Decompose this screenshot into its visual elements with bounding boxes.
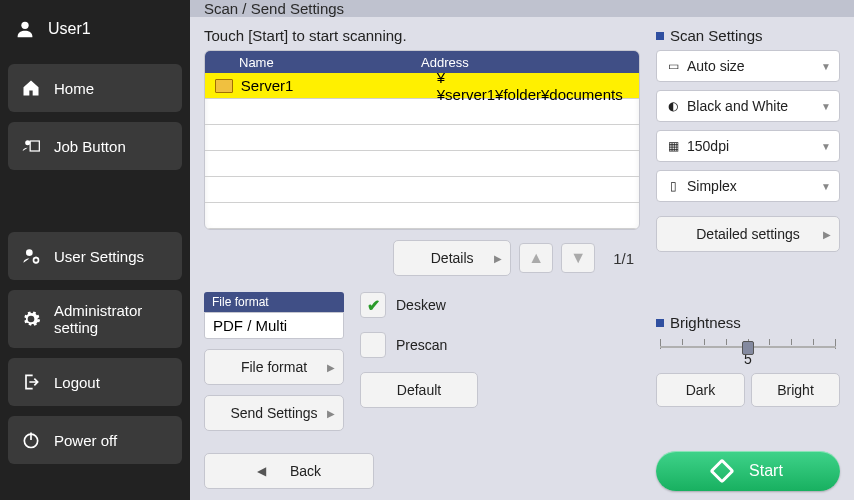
brightness-dark-button[interactable]: Dark bbox=[656, 373, 745, 407]
nav-user-settings[interactable]: User Settings bbox=[8, 232, 182, 280]
scan-settings-heading-label: Scan Settings bbox=[670, 27, 763, 44]
chevron-up-icon: ▲ bbox=[528, 249, 544, 267]
deskew-option: Deskew bbox=[360, 292, 520, 318]
chevron-down-icon: ▼ bbox=[821, 141, 831, 152]
detailed-settings-button[interactable]: Detailed settings ▶ bbox=[656, 216, 840, 252]
default-button-label: Default bbox=[397, 382, 441, 398]
brightness-bright-label: Bright bbox=[777, 382, 814, 398]
list-header-name: Name bbox=[221, 55, 421, 70]
nav-user-settings-label: User Settings bbox=[54, 248, 144, 265]
list-row[interactable]: Server1 ¥¥server1¥folder¥documents bbox=[205, 73, 639, 99]
resolution-icon: ▦ bbox=[665, 139, 681, 153]
instruction-text: Touch [Start] to start scanning. bbox=[204, 27, 640, 44]
chevron-left-icon: ◀ bbox=[257, 464, 266, 478]
user-icon bbox=[14, 18, 36, 40]
col-b: Deskew Prescan Default bbox=[360, 292, 520, 431]
detailed-settings-label: Detailed settings bbox=[696, 226, 800, 242]
send-settings-button-label: Send Settings bbox=[230, 405, 317, 421]
list-body: Server1 ¥¥server1¥folder¥documents bbox=[205, 73, 639, 229]
file-format-box: File format PDF / Multi bbox=[204, 292, 344, 339]
list-header-address: Address bbox=[421, 55, 469, 70]
list-row[interactable] bbox=[205, 203, 639, 229]
brightness-dark-label: Dark bbox=[686, 382, 716, 398]
brightness-heading: Brightness bbox=[656, 314, 840, 331]
destination-list: Name Address Server1 ¥¥server1¥folder¥do… bbox=[204, 50, 640, 230]
nav-job-button[interactable]: Job Button bbox=[8, 122, 182, 170]
left-column: Touch [Start] to start scanning. Name Ad… bbox=[204, 27, 640, 491]
deskew-checkbox[interactable] bbox=[360, 292, 386, 318]
color-mode-icon: ◐ bbox=[665, 99, 681, 113]
svg-rect-2 bbox=[30, 141, 39, 151]
svg-point-4 bbox=[34, 258, 39, 263]
scan-color-dropdown[interactable]: ◐ Black and White ▼ bbox=[656, 90, 840, 122]
right-column: Scan Settings ▭ Auto size ▼ ◐ Black and … bbox=[656, 27, 840, 491]
list-row[interactable] bbox=[205, 99, 639, 125]
page-down-button[interactable]: ▼ bbox=[561, 243, 595, 273]
col-a: File format PDF / Multi File format ▶ Se… bbox=[204, 292, 344, 431]
brightness-heading-label: Brightness bbox=[670, 314, 741, 331]
gear-icon bbox=[20, 308, 42, 330]
nav-power-off-label: Power off bbox=[54, 432, 117, 449]
list-row[interactable] bbox=[205, 177, 639, 203]
chevron-right-icon: ▶ bbox=[494, 253, 502, 264]
chevron-down-icon: ▼ bbox=[821, 181, 831, 192]
row-name: Server1 bbox=[241, 77, 437, 94]
details-button-label: Details bbox=[431, 250, 474, 266]
chevron-right-icon: ▶ bbox=[823, 229, 831, 240]
bullet-icon bbox=[656, 319, 664, 327]
job-button-icon bbox=[20, 135, 42, 157]
nav-spacer bbox=[8, 180, 182, 222]
row-address: ¥¥server1¥folder¥documents bbox=[437, 69, 629, 103]
scan-size-dropdown[interactable]: ▭ Auto size ▼ bbox=[656, 50, 840, 82]
file-format-heading: File format bbox=[204, 292, 344, 312]
user-settings-icon bbox=[20, 245, 42, 267]
main: Scan / Send Settings Touch [Start] to st… bbox=[190, 0, 854, 500]
page-title-bar: Scan / Send Settings bbox=[190, 0, 854, 17]
prescan-label: Prescan bbox=[396, 337, 447, 353]
file-format-value: PDF / Multi bbox=[204, 312, 344, 339]
folder-icon bbox=[215, 79, 233, 93]
sidebar: User1 Home Job Button User Settings Admi… bbox=[0, 0, 190, 500]
page-indicator: 1/1 bbox=[613, 250, 634, 267]
chevron-down-icon: ▼ bbox=[821, 101, 831, 112]
scan-size-value: Auto size bbox=[687, 58, 745, 74]
scan-dpi-dropdown[interactable]: ▦ 150dpi ▼ bbox=[656, 130, 840, 162]
prescan-checkbox[interactable] bbox=[360, 332, 386, 358]
back-button[interactable]: ◀ Back bbox=[204, 453, 374, 489]
page-up-button[interactable]: ▲ bbox=[519, 243, 553, 273]
list-row[interactable] bbox=[205, 125, 639, 151]
scan-settings-heading: Scan Settings bbox=[656, 27, 840, 44]
home-icon bbox=[20, 77, 42, 99]
brightness-buttons: Dark Bright bbox=[656, 373, 840, 407]
nav-power-off[interactable]: Power off bbox=[8, 416, 182, 464]
power-icon bbox=[20, 429, 42, 451]
chevron-right-icon: ▶ bbox=[327, 408, 335, 419]
brightness-block: Brightness 5 Dark bbox=[656, 314, 840, 407]
nav-home[interactable]: Home bbox=[8, 64, 182, 112]
file-format-button[interactable]: File format ▶ bbox=[204, 349, 344, 385]
nav-home-label: Home bbox=[54, 80, 94, 97]
default-button[interactable]: Default bbox=[360, 372, 478, 408]
bullet-icon bbox=[656, 32, 664, 40]
details-line: Details ▶ ▲ ▼ 1/1 bbox=[204, 240, 640, 276]
controls-grid: File format PDF / Multi File format ▶ Se… bbox=[204, 292, 640, 431]
nav-admin-setting-label: Administrator setting bbox=[54, 302, 170, 337]
deskew-label: Deskew bbox=[396, 297, 446, 313]
back-button-label: Back bbox=[290, 463, 321, 479]
nav-logout[interactable]: Logout bbox=[8, 358, 182, 406]
svg-point-3 bbox=[26, 249, 33, 256]
brightness-slider[interactable] bbox=[660, 339, 836, 349]
file-format-button-label: File format bbox=[241, 359, 307, 375]
scan-duplex-dropdown[interactable]: ▯ Simplex ▼ bbox=[656, 170, 840, 202]
list-row[interactable] bbox=[205, 151, 639, 177]
scan-color-value: Black and White bbox=[687, 98, 788, 114]
send-settings-button[interactable]: Send Settings ▶ bbox=[204, 395, 344, 431]
slider-thumb[interactable] bbox=[742, 341, 754, 355]
start-button[interactable]: Start bbox=[656, 451, 840, 491]
duplex-icon: ▯ bbox=[665, 179, 681, 193]
brightness-bright-button[interactable]: Bright bbox=[751, 373, 840, 407]
details-button[interactable]: Details ▶ bbox=[393, 240, 511, 276]
user-info: User1 bbox=[8, 10, 182, 54]
nav-job-button-label: Job Button bbox=[54, 138, 126, 155]
nav-admin-setting[interactable]: Administrator setting bbox=[8, 290, 182, 348]
